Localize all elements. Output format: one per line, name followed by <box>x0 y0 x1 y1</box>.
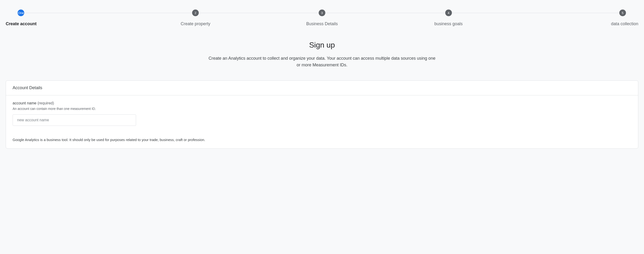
progress-stepper: One Create account 2 Create property 3 B… <box>6 10 638 26</box>
step-business-goals[interactable]: 4 business goals <box>385 10 512 26</box>
step-connector <box>385 13 445 13</box>
step-badge: One <box>18 10 24 16</box>
card-header: Account Details <box>6 81 638 95</box>
page-root: One Create account 2 Create property 3 B… <box>0 0 644 163</box>
step-badge: 5 <box>619 10 626 16</box>
step-connector <box>132 13 192 13</box>
step-badge: 3 <box>319 10 325 16</box>
step-connector <box>325 13 385 13</box>
step-data-collection[interactable]: 5 data collection <box>512 10 638 26</box>
step-label: Create account <box>6 21 36 26</box>
page-subtitle: Create an Analytics account to collect a… <box>208 55 436 68</box>
step-badge: 4 <box>445 10 452 16</box>
step-connector <box>452 13 512 13</box>
step-label: Business Details <box>306 21 338 26</box>
step-label: business goals <box>434 21 462 26</box>
account-name-required: (required) <box>36 101 54 105</box>
account-name-hint: An account can contain more than one mea… <box>12 107 632 110</box>
step-business-details[interactable]: 3 Business Details <box>259 10 386 26</box>
account-name-input[interactable] <box>12 114 136 126</box>
page-title: Sign up <box>208 41 436 49</box>
card-body: account name (required) An account can c… <box>6 95 638 148</box>
account-name-label-text: account name <box>12 101 36 105</box>
step-label: data collection <box>611 21 638 26</box>
heading-area: Sign up Create an Analytics account to c… <box>208 41 436 68</box>
step-connector <box>512 13 619 13</box>
account-disclaimer: Google Analytics is a business tool. It … <box>12 138 632 142</box>
step-create-account[interactable]: One Create account <box>6 10 132 26</box>
step-connector <box>259 13 319 13</box>
step-badge: 2 <box>192 10 199 16</box>
step-connector <box>24 13 132 13</box>
step-create-property[interactable]: 2 Create property <box>132 10 259 26</box>
step-connector <box>199 13 258 13</box>
account-name-label: account name (required) <box>12 101 632 105</box>
step-label: Create property <box>181 21 210 26</box>
account-details-card: Account Details account name (required) … <box>6 80 638 149</box>
